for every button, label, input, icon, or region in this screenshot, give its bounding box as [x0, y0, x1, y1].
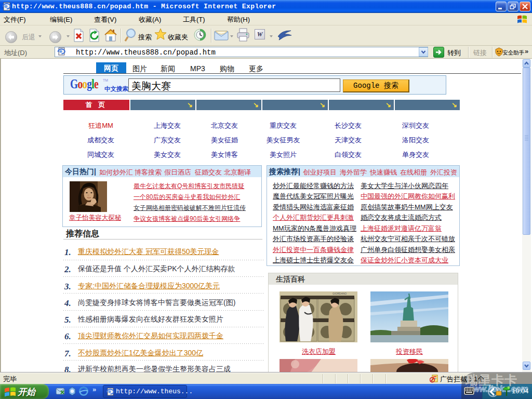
svg-text:GIORDANO: GIORDANO [332, 292, 347, 295]
